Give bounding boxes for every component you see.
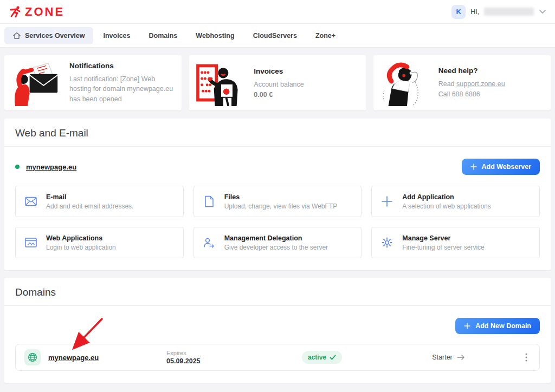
row-menu-button[interactable] bbox=[522, 351, 531, 364]
action-text: Files Upload, change, view files via Web… bbox=[224, 193, 338, 210]
domains-header: Domains bbox=[4, 278, 551, 306]
status-text: active bbox=[308, 354, 326, 361]
domain-row-link[interactable]: mynewpage.eu bbox=[48, 354, 99, 362]
manage-server-card[interactable]: Manage Server Fine-tuning of server serv… bbox=[371, 227, 540, 258]
domains-title: Domains bbox=[15, 286, 540, 298]
support-link[interactable]: support.zone.eu bbox=[456, 80, 505, 88]
server-status-dot bbox=[15, 165, 20, 169]
tab-webhosting[interactable]: Webhosting bbox=[188, 28, 242, 44]
page: ZONE K Hi, Services Overview Invoices Do… bbox=[0, 0, 555, 392]
browser-window-icon bbox=[24, 238, 37, 247]
web-email-title: Web and E-mail bbox=[15, 127, 540, 139]
web-email-header: Web and E-mail bbox=[4, 119, 551, 147]
notifications-illustration bbox=[12, 60, 62, 106]
check-icon bbox=[330, 355, 336, 360]
account-balance-amount: 0.00 € bbox=[254, 91, 304, 99]
tab-label: CloudServers bbox=[253, 32, 297, 40]
notifications-body: Last notification: [Zone] Web hosting fo… bbox=[69, 74, 174, 103]
chevron-down-icon bbox=[539, 9, 546, 14]
action-desc: Give developer access to the server bbox=[224, 244, 328, 251]
action-text: Management Delegation Give developer acc… bbox=[224, 234, 328, 251]
main-nav: Services Overview Invoices Domains Webho… bbox=[0, 24, 555, 48]
status-cell: active bbox=[302, 351, 375, 364]
tab-zone-plus[interactable]: Zone+ bbox=[307, 28, 344, 44]
user-menu[interactable]: K Hi, bbox=[451, 5, 546, 19]
plan-text: Starter bbox=[432, 354, 453, 361]
invoices-card-text: Invoices Account balance 0.00 € bbox=[254, 67, 304, 99]
notifications-card-text: Notifications Last notification: [Zone] … bbox=[69, 62, 174, 103]
gear-icon bbox=[380, 237, 393, 248]
action-text: E-mail Add and edit email addresses. bbox=[46, 193, 133, 210]
action-title: E-mail bbox=[46, 193, 133, 201]
tab-cloudservers[interactable]: CloudServers bbox=[245, 28, 305, 44]
server-domain-link[interactable]: mynewpage.eu bbox=[26, 163, 76, 171]
top-header: ZONE K Hi, bbox=[0, 0, 555, 24]
web-email-body: mynewpage.eu Add Webserver E-mail Add an bbox=[4, 147, 551, 270]
notifications-card[interactable]: Notifications Last notification: [Zone] … bbox=[4, 55, 182, 110]
action-title: Files bbox=[224, 193, 338, 201]
notifications-title: Notifications bbox=[69, 62, 174, 70]
web-email-section: Web and E-mail mynewpage.eu Add Webserve… bbox=[4, 119, 551, 270]
email-card[interactable]: E-mail Add and edit email addresses. bbox=[15, 186, 184, 217]
domains-section: Domains Add New Domain mynewpage.eu bbox=[4, 278, 551, 383]
add-new-domain-label: Add New Domain bbox=[475, 322, 531, 330]
server-row: mynewpage.eu Add Webserver bbox=[15, 159, 540, 175]
plus-icon bbox=[464, 323, 470, 329]
envelope-icon bbox=[24, 197, 37, 206]
domains-toolbar: Add New Domain bbox=[15, 318, 540, 334]
user-name-redacted bbox=[484, 8, 534, 16]
user-arrow-icon bbox=[203, 237, 216, 248]
action-title: Management Delegation bbox=[224, 234, 328, 242]
tab-label: Webhosting bbox=[196, 32, 234, 40]
action-title: Web Applications bbox=[46, 234, 116, 242]
tab-domains[interactable]: Domains bbox=[141, 28, 186, 44]
add-application-card[interactable]: Add Application A selection of web appli… bbox=[371, 186, 540, 217]
tab-label: Zone+ bbox=[315, 32, 335, 40]
info-card-row: Notifications Last notification: [Zone] … bbox=[4, 55, 551, 110]
tab-label: Domains bbox=[149, 32, 178, 40]
action-text: Web Applications Login to web applicatio… bbox=[46, 234, 116, 251]
action-desc: Upload, change, view files via WebFTP bbox=[224, 202, 338, 210]
help-read-prefix: Read bbox=[438, 80, 456, 88]
plus-icon bbox=[380, 196, 393, 207]
action-text: Add Application A selection of web appli… bbox=[402, 193, 491, 210]
invoices-card[interactable]: Invoices Account balance 0.00 € bbox=[189, 55, 366, 110]
runner-icon bbox=[9, 5, 23, 19]
logo-wordmark: ZONE bbox=[25, 6, 64, 18]
domain-cell: mynewpage.eu bbox=[24, 349, 166, 365]
help-title: Need help? bbox=[438, 67, 505, 75]
add-webserver-label: Add Webserver bbox=[482, 163, 531, 171]
action-cards-grid: E-mail Add and edit email addresses. Fil… bbox=[15, 186, 540, 258]
globe-icon bbox=[24, 349, 41, 365]
files-card[interactable]: Files Upload, change, view files via Web… bbox=[193, 186, 362, 217]
action-title: Manage Server bbox=[402, 234, 484, 242]
help-illustration bbox=[381, 60, 431, 106]
home-icon bbox=[12, 31, 21, 40]
tab-label: Services Overview bbox=[25, 32, 85, 40]
greeting-text: Hi, bbox=[470, 8, 479, 16]
management-delegation-card[interactable]: Management Delegation Give developer acc… bbox=[193, 227, 362, 258]
content: Notifications Last notification: [Zone] … bbox=[0, 48, 555, 383]
domains-body: Add New Domain mynewpage.eu Expires 05.0… bbox=[4, 306, 551, 383]
plan-link[interactable]: Starter bbox=[375, 354, 522, 361]
invoices-title: Invoices bbox=[254, 67, 304, 75]
action-desc: Add and edit email addresses. bbox=[46, 202, 133, 210]
tab-services-overview[interactable]: Services Overview bbox=[4, 27, 93, 44]
file-icon bbox=[203, 195, 216, 207]
add-new-domain-button[interactable]: Add New Domain bbox=[455, 318, 540, 334]
status-badge: active bbox=[302, 351, 342, 364]
plus-icon bbox=[470, 164, 477, 170]
action-desc: Login to web application bbox=[46, 244, 116, 251]
add-webserver-button[interactable]: Add Webserver bbox=[462, 159, 540, 175]
avatar: K bbox=[451, 5, 466, 19]
action-desc: A selection of web applications bbox=[402, 202, 491, 210]
zone-logo[interactable]: ZONE bbox=[9, 5, 64, 19]
action-text: Manage Server Fine-tuning of server serv… bbox=[402, 234, 484, 251]
web-applications-card[interactable]: Web Applications Login to web applicatio… bbox=[15, 227, 184, 258]
invoices-illustration bbox=[196, 60, 246, 106]
help-card[interactable]: Need help? Read support.zone.eu Call 688… bbox=[373, 55, 551, 110]
tab-invoices[interactable]: Invoices bbox=[95, 28, 139, 44]
help-read-line: Read support.zone.eu bbox=[438, 79, 505, 89]
tab-label: Invoices bbox=[104, 32, 131, 40]
expires-date: 05.09.2025 bbox=[166, 357, 302, 365]
